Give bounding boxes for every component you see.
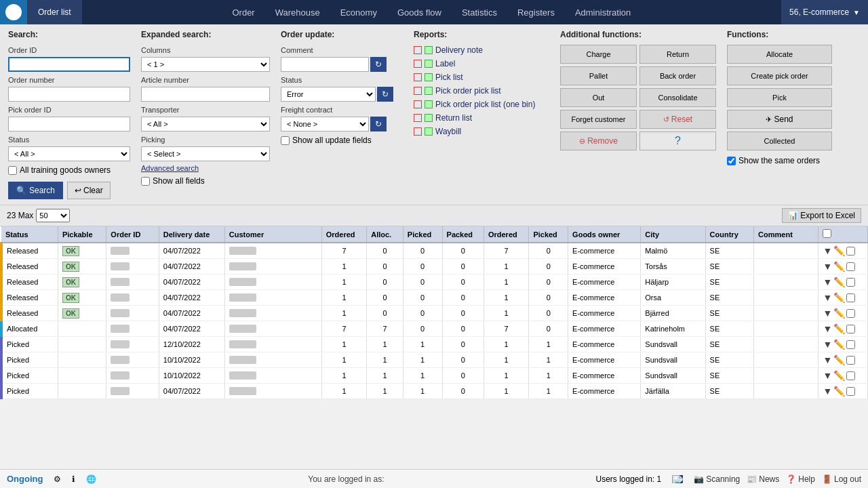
report-waybill[interactable]: Waybill xyxy=(414,126,549,137)
row-checkbox[interactable] xyxy=(846,309,855,318)
charge-button[interactable]: Charge xyxy=(560,45,637,64)
nav-statistics[interactable]: Statistics xyxy=(452,2,507,23)
max-select[interactable]: 50 xyxy=(36,209,70,222)
col-header-customer[interactable]: Customer xyxy=(224,226,321,243)
cell-order-id[interactable] xyxy=(106,274,159,290)
row-checkbox[interactable] xyxy=(846,325,855,333)
cell-order-id[interactable] xyxy=(106,290,159,306)
expand-button[interactable]: ▼ xyxy=(823,277,832,287)
order-id-input[interactable] xyxy=(8,57,130,72)
table-row[interactable]: Picked 12/10/2022 1 1 1 0 1 1 E-commerce… xyxy=(1,337,868,352)
pallet-button[interactable]: Pallet xyxy=(560,66,637,85)
table-row[interactable]: Picked 10/10/2022 1 1 1 0 1 1 E-commerce… xyxy=(1,352,868,368)
col-header-status[interactable]: Status xyxy=(1,226,58,243)
globe-icon[interactable]: 🌐 xyxy=(86,474,96,484)
pick-button[interactable]: Pick xyxy=(727,88,832,107)
table-row[interactable]: Released OK 04/07/2022 7 0 0 0 7 0 E-com… xyxy=(1,243,868,259)
expand-button[interactable]: ▼ xyxy=(823,245,832,256)
logout-link[interactable]: 🚪 Log out xyxy=(822,474,861,484)
col-header-city[interactable]: City xyxy=(641,226,705,243)
row-checkbox[interactable] xyxy=(846,247,855,256)
col-header-comment[interactable]: Comment xyxy=(754,226,818,243)
col-header-ordered2[interactable]: Ordered xyxy=(484,226,528,243)
freight-select[interactable]: < None > xyxy=(281,117,369,131)
edit-button[interactable]: ✏️ xyxy=(833,323,845,334)
cell-order-id[interactable] xyxy=(106,352,159,368)
row-checkbox[interactable] xyxy=(846,293,855,302)
transporter-select[interactable]: < All > xyxy=(141,117,270,131)
return-button[interactable]: Return xyxy=(639,45,716,64)
row-checkbox[interactable] xyxy=(846,371,855,380)
search-button[interactable]: 🔍 Search xyxy=(8,182,63,199)
columns-select[interactable]: < 1 > xyxy=(141,57,270,72)
col-header-picked1[interactable]: Picked xyxy=(403,226,442,243)
allocate-button[interactable]: Allocate xyxy=(727,45,832,64)
create-pick-order-button[interactable]: Create pick order xyxy=(727,66,832,85)
expand-button[interactable]: ▼ xyxy=(823,323,832,334)
cell-order-id[interactable] xyxy=(106,384,159,399)
scanning-link[interactable]: 📷 Scanning xyxy=(694,474,740,484)
comment-input[interactable] xyxy=(281,57,369,72)
row-checkbox[interactable] xyxy=(846,278,855,287)
table-scroll-area[interactable]: Status Pickable Order ID Delivery date C… xyxy=(0,226,868,469)
show-same-orders-checkbox[interactable] xyxy=(727,157,736,165)
order-list-tab[interactable]: Order list xyxy=(27,0,82,24)
col-header-goods-owner[interactable]: Goods owner xyxy=(568,226,641,243)
out-button[interactable]: Out xyxy=(560,88,637,107)
edit-button[interactable]: ✏️ xyxy=(833,386,845,396)
edit-button[interactable]: ✏️ xyxy=(833,245,845,256)
consolidate-button[interactable]: Consolidate xyxy=(639,88,716,107)
report-pick-order-one-bin[interactable]: Pick order pick list (one bin) xyxy=(414,99,549,110)
report-pick-list[interactable]: Pick list xyxy=(414,72,549,83)
pick-order-id-input[interactable] xyxy=(8,117,130,131)
nav-order[interactable]: Order xyxy=(222,2,264,23)
status-refresh-button[interactable]: ↻ xyxy=(377,87,393,102)
table-row[interactable]: Picked 04/07/2022 1 1 1 0 1 1 E-commerce… xyxy=(1,384,868,399)
report-return-list[interactable]: Return list xyxy=(414,113,549,123)
col-header-alloc[interactable]: Alloc. xyxy=(367,226,403,243)
cell-order-id[interactable] xyxy=(106,259,159,274)
advanced-search-link[interactable]: Advanced search xyxy=(141,164,270,172)
expand-button[interactable]: ▼ xyxy=(823,292,832,303)
select-all-checkbox[interactable] xyxy=(823,229,831,238)
show-all-fields-checkbox[interactable] xyxy=(141,177,150,186)
edit-button[interactable]: ✏️ xyxy=(833,261,845,272)
info-icon[interactable]: ℹ xyxy=(72,474,75,484)
table-row[interactable]: Released OK 04/07/2022 1 0 0 0 1 0 E-com… xyxy=(1,290,868,306)
edit-button[interactable]: ✏️ xyxy=(833,308,845,319)
col-header-order-id[interactable]: Order ID xyxy=(106,226,159,243)
news-link[interactable]: 📰 News xyxy=(747,474,779,484)
col-header-picked2[interactable]: Picked xyxy=(529,226,568,243)
status-select[interactable]: < All > xyxy=(8,146,130,161)
report-delivery-note[interactable]: Delivery note xyxy=(414,45,549,56)
collected-button[interactable]: Collected xyxy=(727,131,832,150)
table-row[interactable]: Released OK 04/07/2022 1 0 0 0 1 0 E-com… xyxy=(1,274,868,290)
article-number-input[interactable] xyxy=(141,87,270,102)
edit-button[interactable]: ✏️ xyxy=(833,292,845,303)
table-row[interactable]: Released OK 04/07/2022 1 0 0 0 1 0 E-com… xyxy=(1,259,868,274)
report-label[interactable]: Label xyxy=(414,58,549,69)
nav-registers[interactable]: Registers xyxy=(508,2,564,23)
freight-refresh-button[interactable]: ↻ xyxy=(370,117,387,131)
col-header-check[interactable] xyxy=(818,226,868,243)
help-question-button[interactable]: ? xyxy=(639,131,716,150)
order-number-input[interactable] xyxy=(8,87,130,102)
help-link[interactable]: ❓ Help xyxy=(786,474,815,484)
gear-icon[interactable]: ⚙ xyxy=(54,474,61,484)
picking-select[interactable]: < Select > xyxy=(141,146,270,161)
comment-refresh-button[interactable]: ↻ xyxy=(370,57,387,72)
all-training-checkbox[interactable] xyxy=(8,166,17,175)
col-header-ordered1[interactable]: Ordered xyxy=(321,226,366,243)
nav-goods-flow[interactable]: Goods flow xyxy=(388,2,451,23)
table-row[interactable]: Released OK 04/07/2022 1 0 0 0 1 0 E-com… xyxy=(1,306,868,321)
row-checkbox[interactable] xyxy=(846,356,855,365)
send-button[interactable]: ✈ Send xyxy=(727,110,832,129)
col-header-pickable[interactable]: Pickable xyxy=(58,226,106,243)
col-header-country[interactable]: Country xyxy=(705,226,753,243)
expand-button[interactable]: ▼ xyxy=(823,261,832,272)
clear-button[interactable]: ↩ Clear xyxy=(67,182,111,199)
export-to-excel-button[interactable]: 📊 Export to Excel xyxy=(782,208,861,223)
expand-button[interactable]: ▼ xyxy=(823,370,832,381)
expand-button[interactable]: ▼ xyxy=(823,339,832,350)
cell-order-id[interactable] xyxy=(106,306,159,321)
